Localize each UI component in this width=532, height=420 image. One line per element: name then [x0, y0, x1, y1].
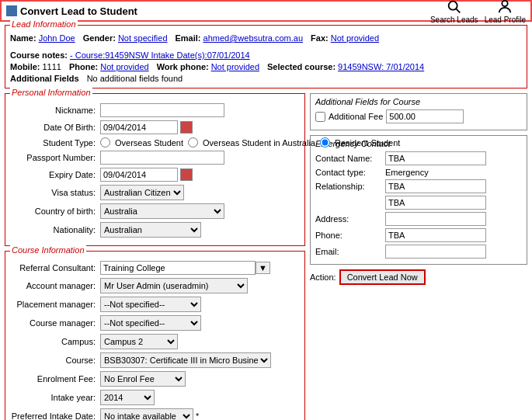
phone-label: Phone:: [69, 62, 98, 71]
preferred-intake-row: Preferred Intake Date: No intake availab…: [10, 408, 300, 420]
fax-value: Not provided: [331, 33, 379, 43]
relationship-input[interactable]: [385, 179, 486, 193]
referral-input[interactable]: [100, 261, 256, 275]
overseas-student-label: Overseas Student: [115, 138, 183, 148]
gender-value[interactable]: Not specified: [118, 33, 168, 43]
convert-lead-now-button[interactable]: Convert Lead Now: [339, 269, 426, 285]
additional-fields-course-section: Additional Fields for Course Additional …: [310, 93, 527, 130]
visa-row: Visa status: Australian Citizen: [10, 185, 300, 200]
course-manager-row: Course manager: --Not specified--: [10, 315, 300, 331]
page-title-icon: [6, 5, 17, 16]
em-phone-input[interactable]: [385, 228, 486, 242]
additional-fields-label: Additional Fields: [10, 74, 79, 83]
overseas-in-australia-radio[interactable]: [188, 137, 198, 148]
referral-browse-button[interactable]: ▼: [256, 262, 270, 274]
additional-fields-course-title: Additional Fields for Course: [315, 97, 522, 106]
lead-information-section: Lead Information Name: John Doe Gender: …: [5, 25, 527, 89]
additional-fee-input[interactable]: [386, 109, 464, 123]
email-field: Email: ahmed@websutra.com.au: [176, 33, 304, 43]
course-select[interactable]: BSB30307: Certificate III in Micro Busin…: [100, 352, 271, 368]
email-label: Email:: [176, 33, 201, 43]
dob-calendar-icon[interactable]: [180, 121, 193, 134]
contact-type-label: Contact type:: [315, 168, 385, 177]
mobile-label: Mobile:: [10, 62, 40, 71]
svg-line-1: [456, 9, 460, 12]
expiry-calendar-icon[interactable]: [180, 168, 193, 181]
expiry-row: Expiry Date:: [10, 168, 300, 182]
nickname-input[interactable]: [100, 103, 224, 117]
course-information-label: Course Information: [10, 245, 86, 255]
account-manager-row: Account manager: Mr User Admin (useradmi…: [10, 278, 300, 293]
lead-row-1: Name: John Doe Gender: Not specified Ema…: [10, 33, 522, 60]
selected-course-value[interactable]: 91459NSW: 7/01/2014: [338, 62, 424, 71]
work-phone-value: Not provided: [211, 62, 259, 71]
contact-name-row: Contact Name:: [315, 151, 522, 165]
lead-profile-button[interactable]: Lead Profile: [485, 0, 526, 24]
visa-select[interactable]: Australian Citizen: [100, 185, 184, 200]
action-label: Action:: [310, 272, 336, 282]
phone-field: Phone: Not provided: [69, 62, 149, 71]
dob-input-wrap: [100, 120, 193, 134]
referral-label: Referral Consultant:: [10, 263, 96, 272]
enrolment-fee-row: Enrolment Fee: No Enrol Fee: [10, 371, 300, 387]
passport-row: Passport Number:: [10, 151, 300, 165]
passport-label: Passport Number:: [10, 153, 96, 162]
personal-information-section: Personal Information Nickname: Date Of B…: [5, 93, 305, 246]
address2-input[interactable]: [385, 196, 486, 210]
expiry-input[interactable]: [100, 168, 178, 182]
lead-information-label: Lead Information: [10, 19, 78, 29]
additional-fee-checkbox[interactable]: [315, 112, 325, 122]
svg-point-0: [448, 1, 457, 9]
lead-row-2: Mobile: 1111 Phone: Not provided Work ph…: [10, 62, 522, 71]
name-field: Name: John Doe: [10, 33, 75, 43]
passport-input[interactable]: [100, 151, 224, 165]
name-value[interactable]: John Doe: [39, 33, 75, 43]
dob-input[interactable]: [100, 120, 178, 134]
intake-year-row: Intake year: 2014: [10, 390, 300, 405]
contact-name-input[interactable]: [385, 151, 486, 165]
dob-row: Date Of Birth:: [10, 120, 300, 134]
course-notes-label: Course notes:: [10, 50, 68, 60]
em-phone-label: Phone:: [315, 231, 385, 240]
work-phone-label: Work phone:: [157, 62, 209, 71]
relationship-label: Relationship:: [315, 182, 385, 191]
email-value[interactable]: ahmed@websutra.com.au: [203, 33, 304, 43]
em-email-input[interactable]: [385, 245, 486, 259]
course-notes-value[interactable]: - Course:91459NSW Intake Date(s):07/01/2…: [70, 50, 250, 60]
overseas-student-radio[interactable]: [100, 137, 110, 148]
resident-student-radio[interactable]: [320, 137, 330, 148]
intake-year-select[interactable]: 2014: [100, 390, 155, 405]
left-column: Personal Information Nickname: Date Of B…: [5, 93, 305, 420]
page-title-bar: Convert Lead to Student Search Leads Lea…: [0, 0, 532, 22]
nationality-select[interactable]: Australian: [100, 222, 201, 238]
gender-label: Gender:: [83, 33, 116, 43]
account-manager-label: Account manager:: [10, 281, 96, 290]
personal-information-label: Personal Information: [10, 88, 92, 97]
contact-type-value: Emergency: [385, 168, 429, 177]
country-select[interactable]: Australia: [100, 203, 224, 219]
course-manager-select[interactable]: --Not specified--: [100, 315, 201, 331]
course-notes-field: Course notes: - Course:91459NSW Intake D…: [10, 50, 250, 60]
placement-manager-row: Placement manager: --Not specified--: [10, 297, 300, 312]
search-leads-button[interactable]: Search Leads: [430, 0, 478, 24]
expiry-label: Expiry Date:: [10, 170, 96, 179]
visa-label: Visa status:: [10, 188, 96, 197]
student-type-label: Student Type:: [10, 138, 96, 148]
course-manager-label: Course manager:: [10, 318, 96, 328]
course-information-section: Course Information Referral Consultant: …: [5, 251, 305, 420]
enrolment-fee-select[interactable]: No Enrol Fee: [100, 371, 186, 387]
account-manager-select[interactable]: Mr User Admin (useradmin): [100, 278, 248, 293]
placement-manager-select[interactable]: --Not specified--: [100, 297, 201, 312]
contact-type-row: Contact type: Emergency: [315, 168, 522, 177]
main-content: Lead Information Name: John Doe Gender: …: [0, 22, 532, 420]
emergency-contact-section: Emergency Contact Contact Name: Contact …: [310, 135, 527, 265]
additional-fee-row: Additional Fee: [315, 109, 522, 123]
action-row: Action: Convert Lead Now: [310, 269, 527, 285]
dob-label: Date Of Birth:: [10, 123, 96, 132]
preferred-intake-select[interactable]: No intake available: [100, 408, 193, 420]
em-address-input[interactable]: [385, 212, 486, 226]
fax-label: Fax:: [311, 33, 329, 43]
two-col-layout: Personal Information Nickname: Date Of B…: [5, 93, 527, 420]
nationality-label: Nationality:: [10, 225, 96, 234]
campus-select[interactable]: Campus 2: [100, 334, 178, 349]
